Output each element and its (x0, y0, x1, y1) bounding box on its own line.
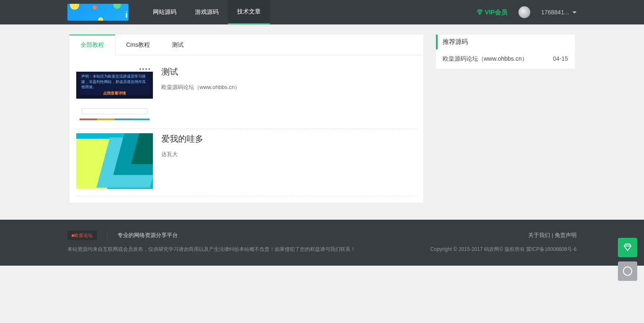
widget-list: 欧皇源码论坛（www.ohbbs.cn） 04-15 (436, 49, 575, 69)
article-thumbnail[interactable] (76, 133, 153, 189)
article-desc: 欧皇源码论坛（www.ohbbs.cn） (161, 83, 240, 91)
tab-cms[interactable]: Cms教程 (115, 35, 161, 55)
footer: ■ 欧皇论坛 专业的网络资源分享平台 关于我们 | 免责声明 本站资源均来自互联… (0, 220, 644, 266)
diamond-icon (476, 9, 483, 16)
footer-links: 关于我们 | 免责声明 (528, 231, 577, 239)
username: 1768841... (541, 9, 569, 16)
widget-item-label: 欧皇源码论坛（www.ohbbs.cn） (443, 55, 528, 63)
article-thumbnail[interactable]: ● ● ● ● 声明：本站仅为欧皇交流群成员学习搭建，非盈利性网站，群成员请勿用… (76, 66, 153, 122)
link-disclaimer[interactable]: 免责声明 (555, 232, 577, 238)
tab-test[interactable]: 测试 (161, 35, 195, 55)
footer-bottom: 本站资源均来自互联网或会员发布，仅供研究学习请勿商用以及产生法律纠纷本站概不负责… (67, 246, 577, 253)
footer-copyright: Copyright © 2015-2017 码农网© 版权所有 冀ICP备160… (430, 246, 577, 253)
main-panel: 全部教程 Cms教程 测试 ● ● ● ● 声明：本站仅为欧皇交流群成员学习搭建… (69, 35, 423, 203)
widget-item-date: 04-15 (553, 55, 568, 63)
content-wrap: 全部教程 Cms教程 测试 ● ● ● ● 声明：本站仅为欧皇交流群成员学习搭建… (69, 35, 575, 220)
footer-slogan: 专业的网络资源分享平台 (118, 231, 178, 239)
widget-recommend: 推荐源码 欧皇源码论坛（www.ohbbs.cn） 04-15 (436, 35, 575, 69)
link-sep: | (552, 232, 555, 238)
article-list: ● ● ● ● 声明：本站仅为欧皇交流群成员学习搭建，非盈利性网站，群成员请勿用… (69, 55, 423, 203)
vip-link[interactable]: VIP会员 (476, 8, 508, 16)
footer-logo-text: 欧皇论坛 (74, 232, 93, 239)
diamond-icon (623, 243, 632, 252)
article-body: 测试 欧皇源码论坛（www.ohbbs.cn） (161, 66, 240, 122)
widget-item[interactable]: 欧皇源码论坛（www.ohbbs.cn） 04-15 (436, 51, 575, 67)
thumb-button-text: 点我查看详情 (81, 91, 148, 96)
footer-logo: ■ 欧皇论坛 (67, 231, 97, 240)
list-item: ● ● ● ● 声明：本站仅为欧皇交流群成员学习搭建，非盈利性网站，群成员请勿用… (76, 62, 417, 129)
sidebar: 推荐源码 欧皇源码论坛（www.ohbbs.cn） 04-15 (436, 35, 575, 203)
widget-title: 推荐源码 (436, 35, 575, 49)
category-tabs: 全部教程 Cms教程 测试 (69, 35, 423, 55)
nav-website-code[interactable]: 网站源码 (144, 0, 186, 24)
float-vip-button[interactable] (618, 238, 637, 257)
header-right: VIP会员 1768841... (476, 6, 577, 18)
logo-fragment: i (125, 10, 128, 20)
header-left: i 网站源码 游戏源码 技术文章 (67, 0, 270, 24)
article-title[interactable]: 爱我的哇多 (161, 134, 203, 143)
link-about[interactable]: 关于我们 (528, 232, 550, 238)
article-title[interactable]: 测试 (161, 67, 178, 76)
primary-nav: 网站源码 游戏源码 技术文章 (144, 0, 270, 24)
footer-divider (107, 231, 107, 240)
footer-statement: 本站资源均来自互联网或会员发布，仅供研究学习请勿商用以及产生法律纠纷本站概不负责… (67, 246, 355, 253)
nav-tech-articles[interactable]: 技术文章 (228, 0, 270, 24)
float-chat-button[interactable] (618, 261, 637, 266)
footer-left: ■ 欧皇论坛 专业的网络资源分享平台 (67, 231, 178, 240)
top-nav: i 网站源码 游戏源码 技术文章 VIP会员 1768841... (0, 0, 644, 24)
tab-all[interactable]: 全部教程 (69, 35, 115, 55)
list-item: 爱我的哇多 达瓦大 (76, 129, 417, 196)
article-body: 爱我的哇多 达瓦大 (161, 133, 203, 189)
avatar[interactable] (518, 6, 530, 18)
article-desc: 达瓦大 (161, 151, 203, 158)
thumb-caption: 声明：本站仅为欧皇交流群成员学习搭建，非盈利性网站，群成员请勿用作其他用途。 (81, 74, 146, 89)
user-menu[interactable]: 1768841... (541, 9, 577, 16)
chevron-down-icon (572, 11, 577, 13)
footer-top: ■ 欧皇论坛 专业的网络资源分享平台 关于我们 | 免责声明 (67, 231, 577, 246)
vip-label: VIP会员 (485, 8, 508, 16)
site-logo[interactable]: i (67, 4, 128, 21)
nav-game-code[interactable]: 游戏源码 (186, 0, 228, 24)
floating-actions (618, 238, 637, 266)
